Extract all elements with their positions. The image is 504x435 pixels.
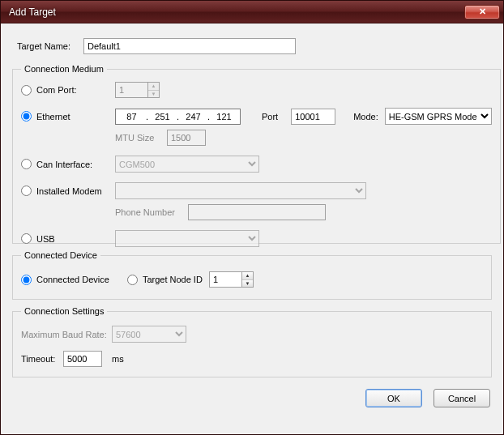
ip-octet-1[interactable] <box>117 109 146 124</box>
connection-settings-legend: Connection Settings <box>21 306 107 316</box>
phone-number-row: Phone Number <box>115 204 492 220</box>
ethernet-row: Ethernet . . . Port Mo <box>21 108 492 125</box>
connection-medium-legend: Connection Medium <box>21 64 107 74</box>
target-node-radio[interactable] <box>127 275 138 285</box>
installed-modem-label: Installed Modem <box>36 186 102 196</box>
mode-select[interactable]: HE-GSM GPRS Mode <box>385 108 492 125</box>
can-interface-radio[interactable] <box>21 159 32 169</box>
titlebar: Add Target ✕ <box>1 1 503 23</box>
connected-device-radio[interactable] <box>21 275 32 285</box>
connected-device-label: Connected Device <box>36 275 109 284</box>
mtu-input <box>167 130 206 146</box>
com-port-spinner: ▲ ▼ <box>115 82 160 98</box>
timeout-input[interactable] <box>63 351 102 367</box>
can-interface-row: Can Interface: CGM500 <box>21 156 492 173</box>
add-target-dialog: Add Target ✕ Target Name: Connection Med… <box>0 0 504 435</box>
com-port-down: ▼ <box>148 91 159 98</box>
phone-number-input <box>188 204 326 220</box>
target-node-value[interactable] <box>209 271 241 288</box>
com-port-radio[interactable] <box>21 85 32 96</box>
baud-rate-label: Maximum Baud Rate: <box>21 330 107 339</box>
target-node-spinner[interactable]: ▲ ▼ <box>209 271 254 288</box>
ethernet-row-wrap: Ethernet . . . Port Mo <box>21 108 492 146</box>
timeout-label: Timeout: <box>21 354 58 364</box>
dialog-button-row: OK Cancel <box>12 384 492 407</box>
target-node-label: Target Node ID <box>143 275 203 284</box>
installed-modem-select <box>115 182 366 199</box>
close-icon: ✕ <box>479 6 486 17</box>
can-interface-select: CGM500 <box>115 156 259 173</box>
connected-device-legend: Connected Device <box>21 250 100 260</box>
close-button[interactable]: ✕ <box>464 5 500 19</box>
connection-settings-group: Connection Settings Maximum Baud Rate: 5… <box>12 306 492 377</box>
mode-label: Mode: <box>353 112 378 122</box>
target-node-up[interactable]: ▲ <box>242 272 253 280</box>
connection-medium-group: Connection Medium Com Port: ▲ ▼ <box>12 64 501 244</box>
usb-select <box>115 230 259 247</box>
ethernet-ip-input[interactable]: . . . <box>115 109 241 125</box>
usb-row: USB <box>21 230 492 247</box>
client-area: Target Name: Connection Medium Com Port:… <box>1 23 503 434</box>
target-name-input[interactable] <box>83 38 296 54</box>
ethernet-label: Ethernet <box>36 112 70 122</box>
baud-rate-select: 57600 <box>112 326 186 343</box>
port-input[interactable] <box>291 109 335 125</box>
com-port-up: ▲ <box>148 83 159 91</box>
com-port-label: Com Port: <box>36 85 77 95</box>
target-node-down[interactable]: ▼ <box>242 280 253 288</box>
can-interface-label: Can Interface: <box>36 160 92 169</box>
installed-modem-radio[interactable] <box>21 186 32 196</box>
ip-octet-4[interactable] <box>210 109 238 124</box>
cancel-button[interactable]: Cancel <box>434 389 490 407</box>
window-title: Add Target <box>9 6 464 18</box>
ip-octet-3[interactable] <box>179 109 207 124</box>
com-port-row: Com Port: ▲ ▼ <box>21 82 492 98</box>
usb-label: USB <box>36 234 55 244</box>
phone-number-label: Phone Number <box>115 207 182 217</box>
ok-button[interactable]: OK <box>365 389 422 407</box>
ip-octet-2[interactable] <box>148 109 177 124</box>
mtu-row: MTU Size <box>115 130 492 146</box>
target-name-row: Target Name: <box>17 38 492 54</box>
installed-modem-wrap: Installed Modem Phone Number <box>21 182 492 220</box>
connected-device-group: Connected Device Connected Device Target… <box>12 250 492 300</box>
usb-radio[interactable] <box>21 233 32 244</box>
port-label: Port <box>262 112 278 122</box>
timeout-unit: ms <box>112 354 124 364</box>
target-name-label: Target Name: <box>17 41 79 51</box>
mtu-label: MTU Size <box>115 133 160 143</box>
ethernet-radio[interactable] <box>21 111 32 122</box>
com-port-value <box>115 82 147 98</box>
installed-modem-row: Installed Modem <box>21 182 492 199</box>
